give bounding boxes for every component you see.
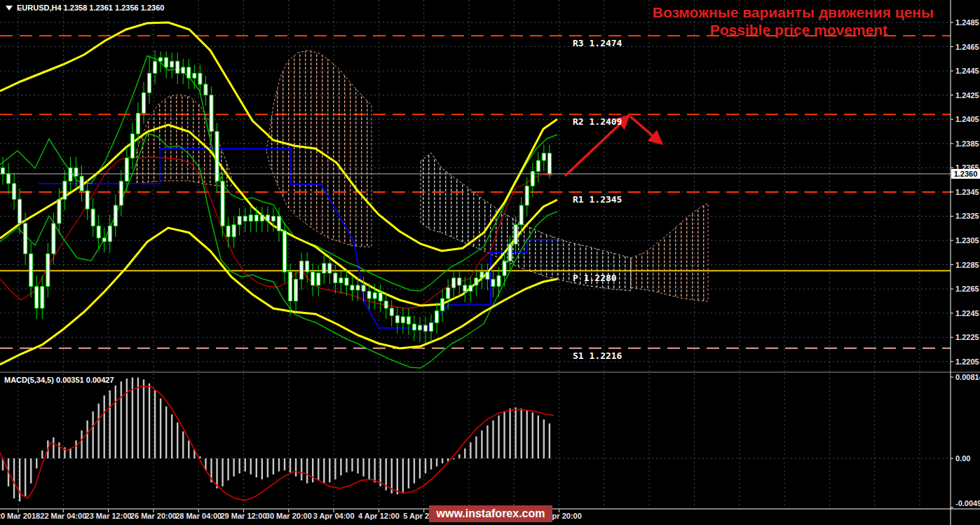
pivot-level-label: R3 1.2474 — [573, 38, 622, 48]
candle — [136, 114, 139, 134]
candle — [547, 154, 551, 174]
candle — [69, 168, 72, 181]
price-scale-label: 1.2265 — [955, 285, 979, 293]
candle — [407, 317, 410, 324]
candle — [362, 285, 365, 292]
candle — [322, 264, 326, 273]
candle — [57, 199, 61, 224]
candle — [367, 292, 371, 299]
candle — [289, 272, 292, 301]
candle — [24, 224, 27, 254]
candle — [108, 226, 111, 241]
candle — [452, 278, 456, 288]
candle — [503, 261, 506, 275]
candle — [339, 278, 343, 283]
broker-watermark: www.instaforex.com — [429, 505, 552, 522]
price-scale-label: 1.2205 — [955, 357, 979, 366]
macd-scale-label: 0.00 — [955, 454, 970, 463]
candle — [52, 224, 55, 254]
time-scale-label: 26 Mar 20:00 — [130, 512, 177, 520]
pivot-lines — [0, 36, 951, 348]
candle — [447, 287, 450, 299]
candle — [221, 181, 224, 226]
pivot-level-label: R2 1.2409 — [573, 116, 622, 127]
price-scale-label: 1.2245 — [955, 309, 979, 318]
time-scale-label: 29 Mar 12:00 — [220, 512, 266, 520]
candle — [142, 93, 146, 113]
candle — [266, 215, 269, 221]
price-scale-label: 1.2285 — [955, 261, 979, 269]
candle — [395, 315, 399, 322]
price-scale-label: 1.2225 — [955, 333, 979, 341]
candle — [63, 181, 67, 199]
candle — [91, 209, 95, 226]
annotation-title-ru: Возможные варианты движения цены — [653, 4, 934, 21]
candle — [441, 299, 444, 311]
candle — [18, 199, 22, 224]
price-scale-label: 1.2425 — [955, 91, 979, 100]
candle — [243, 216, 247, 221]
candle — [29, 254, 33, 287]
candle — [356, 285, 360, 290]
candle — [514, 225, 517, 245]
candle — [525, 186, 529, 205]
price-scale-label: 1.2325 — [955, 212, 979, 220]
candle — [508, 244, 512, 261]
candle — [249, 215, 252, 221]
candle — [463, 285, 467, 292]
candle — [334, 273, 337, 283]
candle — [204, 84, 207, 95]
candle — [497, 275, 501, 287]
pivot-level-label: S1 1.2216 — [573, 350, 622, 361]
time-scale-label: 4 Apr 12:00 — [358, 512, 400, 520]
candle — [187, 67, 191, 79]
mt4-chart-window: EURUSD,H4 1.2358 1.2361 1.2356 1.2360 Во… — [0, 0, 980, 525]
candle — [125, 158, 128, 182]
candle — [390, 308, 393, 315]
candle — [114, 205, 117, 226]
price-scale-label: 1.2345 — [955, 188, 979, 196]
candle — [1, 168, 5, 174]
candle — [351, 285, 354, 290]
candle — [193, 74, 196, 79]
candle — [294, 279, 298, 301]
macd-scale-label: 0.00814 — [955, 373, 980, 381]
candle — [80, 176, 83, 191]
candle — [384, 301, 388, 308]
price-scale-label: 1.2305 — [955, 236, 979, 245]
candle — [148, 74, 151, 93]
time-scale-label: 23 Mar 12:00 — [86, 512, 132, 520]
candle — [102, 238, 106, 242]
candle — [486, 272, 489, 279]
candle — [373, 292, 376, 299]
candle — [345, 278, 348, 285]
candle — [13, 184, 16, 199]
candle — [401, 317, 404, 323]
candle — [480, 272, 484, 278]
macd-scale-label: -0.00497 — [955, 499, 980, 507]
candle — [300, 261, 304, 279]
symbol-dropdown-icon[interactable] — [6, 6, 13, 11]
candle — [306, 261, 309, 272]
candle — [165, 57, 168, 67]
candle — [159, 57, 163, 61]
candle — [254, 215, 258, 221]
macd-pane — [0, 378, 554, 502]
candle — [198, 74, 202, 85]
price-scale-label: 1.2385 — [955, 139, 979, 148]
candle — [491, 279, 495, 286]
candle — [519, 205, 523, 225]
candle — [412, 324, 416, 330]
chart-canvas[interactable] — [0, 0, 980, 525]
time-scale-label: 28 Mar 04:00 — [175, 512, 222, 520]
candle — [35, 287, 39, 308]
symbol-ohlc-readout: EURUSD,H4 1.2358 1.2361 1.2356 1.2360 — [6, 4, 164, 12]
time-scale-label: 30 Mar 20:00 — [266, 512, 312, 520]
price-scale-label: 1.2405 — [955, 115, 979, 123]
current-price-tag: 1.2360 — [951, 169, 980, 179]
candle — [182, 67, 185, 74]
symbol-ohlc-text: EURUSD,H4 1.2358 1.2361 1.2356 1.2360 — [17, 4, 164, 12]
candle — [46, 254, 50, 287]
price-scale-label: 1.2485 — [955, 18, 979, 27]
candle — [232, 225, 236, 237]
